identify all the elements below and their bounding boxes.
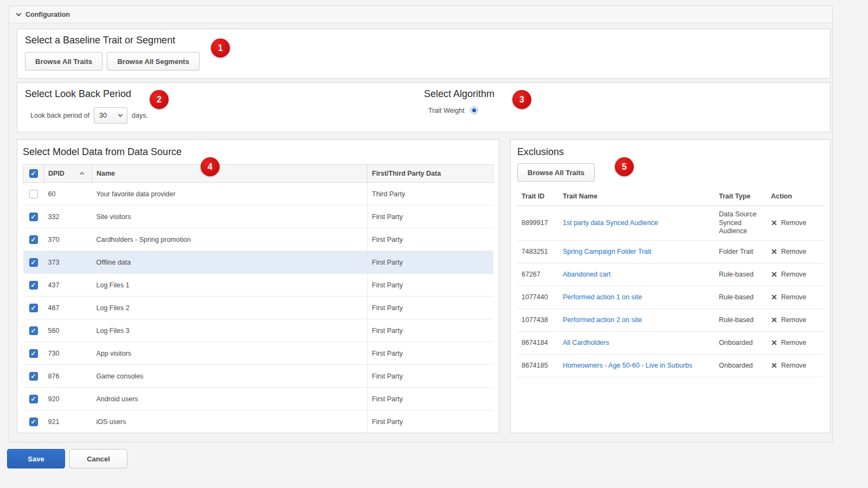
remove-x-icon: ✕	[771, 316, 777, 324]
trait-name-cell: Performed action 1 on site	[558, 286, 715, 309]
row-checkbox[interactable]	[29, 190, 38, 198]
browse-all-segments-button[interactable]: Browse All Segments	[107, 52, 199, 70]
remove-label: Remove	[781, 219, 807, 227]
party-cell: First Party	[368, 410, 493, 433]
remove-x-icon: ✕	[771, 271, 777, 278]
row-checkbox[interactable]	[29, 372, 38, 381]
row-checkbox[interactable]	[29, 258, 38, 267]
remove-button[interactable]: ✕ Remove	[771, 219, 806, 227]
trait-weight-radio[interactable]	[470, 106, 478, 114]
remove-label: Remove	[781, 271, 807, 278]
trait-name-link[interactable]: All Cardholders	[563, 339, 609, 346]
remove-x-icon: ✕	[771, 248, 777, 255]
chevron-down-icon	[118, 112, 123, 117]
row-checkbox[interactable]	[29, 213, 38, 221]
remove-x-icon: ✕	[771, 293, 777, 301]
select-all-checkbox[interactable]	[29, 169, 38, 178]
data-source-row[interactable]: 60 Your favorite data provider Third Par…	[23, 183, 493, 206]
configuration-label: Configuration	[25, 11, 70, 18]
data-source-row[interactable]: 370 Cardholders - Spring promotion First…	[23, 228, 493, 251]
row-checkbox-cell	[23, 228, 44, 251]
exclusion-row: 7483251 Spring Campaign Folder Trait Fol…	[517, 240, 824, 263]
name-cell: Log Files 3	[92, 319, 368, 342]
column-header-dpid[interactable]: DPID	[44, 165, 92, 183]
data-source-row[interactable]: 876 Game consoles First Party	[23, 365, 493, 388]
remove-button[interactable]: ✕ Remove	[771, 271, 806, 278]
remove-button[interactable]: ✕ Remove	[771, 316, 806, 324]
row-checkbox-cell	[23, 410, 44, 433]
annotation-badge-1: 1	[211, 38, 230, 57]
annotation-badge-5: 5	[615, 157, 634, 176]
column-header-name[interactable]: Name	[92, 165, 368, 183]
row-checkbox[interactable]	[29, 281, 38, 290]
data-source-row[interactable]: 437 Log Files 1 First Party	[23, 274, 493, 297]
trait-name-link[interactable]: Homeowners - Age 50-60 - Live in Suburbs	[563, 362, 692, 369]
remove-label: Remove	[781, 339, 807, 346]
trait-name-cell: 1st party data Synced Audience	[558, 206, 715, 241]
data-source-row[interactable]: 332 Site visitors First Party	[23, 206, 493, 228]
row-checkbox[interactable]	[29, 235, 38, 244]
lookback-period-select[interactable]: 30	[94, 107, 127, 124]
trait-name-link[interactable]: Performed action 1 on site	[563, 293, 642, 301]
action-cell: ✕ Remove	[767, 263, 824, 286]
row-checkbox-cell	[23, 206, 44, 228]
name-cell: Game consoles	[92, 365, 368, 388]
name-cell: iOS users	[92, 410, 368, 433]
cancel-button[interactable]: Cancel	[69, 449, 127, 468]
configuration-accordion-header[interactable]: Configuration	[9, 6, 832, 23]
row-checkbox-cell	[23, 342, 44, 365]
row-checkbox[interactable]	[29, 395, 38, 403]
remove-x-icon: ✕	[771, 339, 777, 346]
column-header-party[interactable]: First/Third Party Data	[368, 165, 493, 183]
save-button[interactable]: Save	[7, 449, 65, 468]
remove-button[interactable]: ✕ Remove	[771, 293, 806, 301]
party-cell: First Party	[368, 388, 493, 410]
data-source-row[interactable]: 467 Log Files 2 First Party	[23, 297, 493, 319]
dpid-cell: 370	[44, 228, 92, 251]
remove-button[interactable]: ✕ Remove	[771, 362, 806, 369]
name-cell: Your favorite data provider	[92, 183, 368, 206]
trait-name-link[interactable]: Spring Campaign Folder Trait	[563, 248, 651, 255]
row-checkbox-cell	[23, 319, 44, 342]
trait-type-text: Rule-based	[719, 271, 754, 279]
column-header-trait-id: Trait ID	[517, 189, 558, 206]
remove-label: Remove	[781, 316, 807, 324]
trait-id-cell: 1077440	[517, 286, 558, 309]
data-source-row[interactable]: 730 App visitors First Party	[23, 342, 493, 365]
data-source-row[interactable]: 921 iOS users First Party	[23, 410, 493, 433]
remove-button[interactable]: ✕ Remove	[771, 248, 806, 255]
remove-label: Remove	[781, 362, 807, 369]
baseline-panel: Select a Baseline Trait or Segment Brows…	[17, 29, 831, 79]
remove-button[interactable]: ✕ Remove	[771, 339, 806, 346]
trait-name-cell: Spring Campaign Folder Trait	[558, 240, 715, 263]
algorithm-row: Trait Weight	[428, 106, 494, 114]
row-checkbox-cell	[23, 297, 44, 319]
algorithm-block: Select Algorithm Trait Weight	[424, 88, 494, 114]
row-checkbox-cell	[23, 388, 44, 410]
row-checkbox-cell	[23, 183, 44, 206]
trait-type-text: Onboarded	[719, 362, 753, 370]
row-checkbox[interactable]	[29, 304, 38, 312]
trait-name-link[interactable]: 1st party data Synced Audience	[563, 219, 658, 227]
data-source-row[interactable]: 373 Offline data First Party	[23, 251, 493, 274]
trait-id-cell: 8674185	[517, 354, 558, 377]
trait-type-cell: Data Source Synced Audience	[715, 206, 767, 241]
browse-all-traits-button[interactable]: Browse All Traits	[25, 52, 102, 70]
exclusion-row: 1077438 Performed action 2 on site Rule-…	[517, 309, 824, 331]
remove-label: Remove	[781, 293, 807, 301]
party-cell: Third Party	[368, 183, 493, 206]
data-source-row[interactable]: 920 Android users First Party	[23, 388, 493, 410]
action-cell: ✕ Remove	[767, 240, 824, 263]
row-checkbox[interactable]	[29, 326, 38, 335]
data-source-row[interactable]: 560 Log Files 3 First Party	[23, 319, 493, 342]
trait-name-cell: All Cardholders	[558, 331, 715, 354]
chevron-down-icon	[16, 11, 22, 16]
exclusions-browse-all-traits-button[interactable]: Browse All Traits	[517, 163, 595, 182]
party-cell: First Party	[368, 342, 493, 365]
trait-name-cell: Abandoned cart	[558, 263, 715, 286]
lookback-panel: Select Look Back Period Look back period…	[17, 82, 831, 132]
trait-name-link[interactable]: Abandoned cart	[563, 271, 610, 278]
row-checkbox[interactable]	[29, 418, 38, 426]
row-checkbox[interactable]	[29, 349, 38, 358]
trait-name-link[interactable]: Performed action 2 on site	[563, 316, 642, 324]
